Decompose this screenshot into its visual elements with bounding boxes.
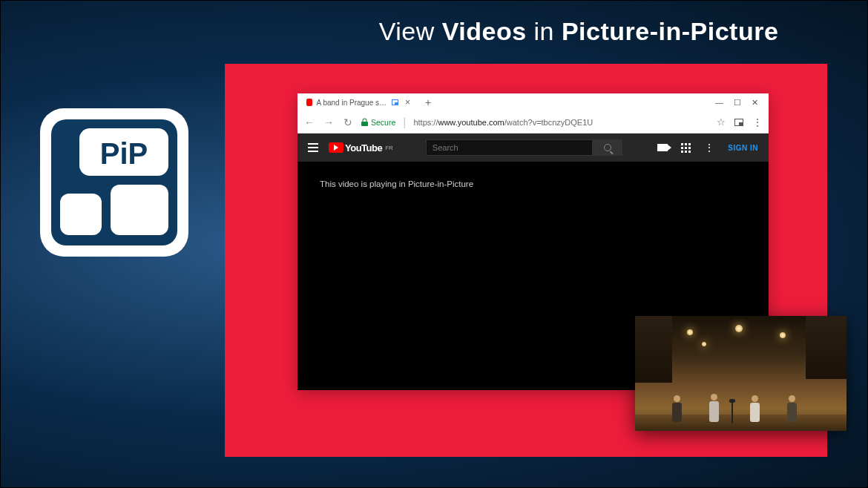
pip-app-icon: PiP [36,105,192,260]
forward-button[interactable]: → [323,116,335,128]
pip-playing-message: This video is playing in Picture-in-Pict… [297,162,769,206]
url-protocol: https:// [413,118,438,127]
youtube-header: YouTube FR ⋮ SIGN IN [297,133,769,162]
pip-indicator-icon [392,99,398,105]
svg-rect-5 [111,185,168,235]
search-button[interactable] [593,139,622,156]
headline-pre: View [379,17,442,45]
youtube-logo[interactable]: YouTube FR [329,142,393,154]
create-video-icon[interactable] [657,144,668,151]
headline-word1: Videos [442,17,527,45]
headline-mid: in [527,17,562,45]
youtube-brand-text: YouTube [345,142,382,154]
youtube-favicon-icon [306,99,312,106]
url-input[interactable]: https://www.youtube.com/watch?v=tbcnzyDQ… [413,118,709,127]
youtube-play-icon [329,142,343,153]
youtube-region: FR [385,145,393,151]
tab-title: A band in Prague sings th [316,99,388,107]
svg-rect-4 [60,194,102,235]
new-tab-button[interactable]: + [419,96,437,108]
svg-text:PiP: PiP [100,137,148,170]
tab-close-button[interactable]: × [402,97,413,108]
promo-headline: View Videos in Picture-in-Picture [305,17,852,46]
signin-button[interactable]: SIGN IN [728,144,758,152]
search-icon [604,144,611,151]
youtube-settings-button[interactable]: ⋮ [704,142,714,154]
maximize-button[interactable]: ☐ [734,98,741,108]
browser-menu-button[interactable]: ⋮ [752,116,763,128]
pip-extension-icon[interactable] [734,119,743,126]
browser-tab[interactable]: A band in Prague sings th × [300,94,419,111]
minimize-button[interactable]: — [715,98,723,108]
tab-strip: A band in Prague sings th × + — ☐ ✕ [297,93,769,111]
lock-icon [361,118,368,126]
video-thumbnail [635,316,846,431]
address-bar: ← → ↻ Secure | https://www.youtube.com/w… [297,111,769,133]
search-input[interactable] [426,139,593,156]
apps-grid-icon[interactable] [681,143,691,153]
url-path: /watch?v=tbcnzyDQE1U [504,118,594,127]
headline-word2: Picture-in-Picture [562,17,778,45]
back-button[interactable]: ← [303,116,315,128]
secure-indicator[interactable]: Secure [361,118,395,127]
window-controls: — ☐ ✕ [715,98,766,108]
bookmark-button[interactable]: ☆ [717,116,726,128]
reload-button[interactable]: ↻ [342,116,354,128]
pip-floating-window[interactable] [635,316,846,431]
url-domain: www.youtube.com [438,118,504,127]
close-window-button[interactable]: ✕ [752,98,758,108]
secure-label: Secure [371,118,395,127]
hamburger-menu-button[interactable] [308,143,318,152]
